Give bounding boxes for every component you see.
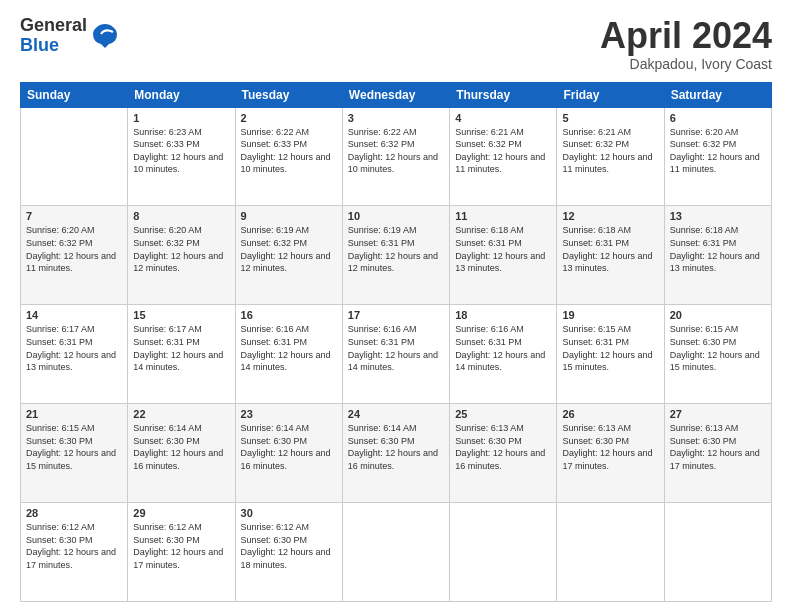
day-number: 1 (133, 112, 229, 124)
day-info: Sunrise: 6:13 AMSunset: 6:30 PMDaylight:… (562, 423, 652, 471)
calendar-week-3: 21 Sunrise: 6:15 AMSunset: 6:30 PMDaylig… (21, 404, 772, 503)
day-info: Sunrise: 6:14 AMSunset: 6:30 PMDaylight:… (133, 423, 223, 471)
table-row: 5 Sunrise: 6:21 AMSunset: 6:32 PMDayligh… (557, 107, 664, 206)
calendar-week-0: 1 Sunrise: 6:23 AMSunset: 6:33 PMDayligh… (21, 107, 772, 206)
day-info: Sunrise: 6:18 AMSunset: 6:31 PMDaylight:… (670, 225, 760, 273)
header-monday: Monday (128, 82, 235, 107)
table-row: 19 Sunrise: 6:15 AMSunset: 6:31 PMDaylig… (557, 305, 664, 404)
table-row: 13 Sunrise: 6:18 AMSunset: 6:31 PMDaylig… (664, 206, 771, 305)
day-number: 2 (241, 112, 337, 124)
table-row: 28 Sunrise: 6:12 AMSunset: 6:30 PMDaylig… (21, 503, 128, 602)
day-info: Sunrise: 6:15 AMSunset: 6:31 PMDaylight:… (562, 324, 652, 372)
calendar-week-2: 14 Sunrise: 6:17 AMSunset: 6:31 PMDaylig… (21, 305, 772, 404)
table-row: 22 Sunrise: 6:14 AMSunset: 6:30 PMDaylig… (128, 404, 235, 503)
table-row (557, 503, 664, 602)
table-row: 30 Sunrise: 6:12 AMSunset: 6:30 PMDaylig… (235, 503, 342, 602)
logo: General Blue (20, 16, 119, 56)
day-number: 15 (133, 309, 229, 321)
day-info: Sunrise: 6:17 AMSunset: 6:31 PMDaylight:… (133, 324, 223, 372)
table-row: 10 Sunrise: 6:19 AMSunset: 6:31 PMDaylig… (342, 206, 449, 305)
day-number: 16 (241, 309, 337, 321)
day-info: Sunrise: 6:19 AMSunset: 6:32 PMDaylight:… (241, 225, 331, 273)
day-number: 13 (670, 210, 766, 222)
table-row: 16 Sunrise: 6:16 AMSunset: 6:31 PMDaylig… (235, 305, 342, 404)
table-row: 8 Sunrise: 6:20 AMSunset: 6:32 PMDayligh… (128, 206, 235, 305)
header: General Blue April 2024 Dakpadou, Ivory … (20, 16, 772, 72)
day-info: Sunrise: 6:14 AMSunset: 6:30 PMDaylight:… (241, 423, 331, 471)
header-saturday: Saturday (664, 82, 771, 107)
table-row: 4 Sunrise: 6:21 AMSunset: 6:32 PMDayligh… (450, 107, 557, 206)
table-row: 24 Sunrise: 6:14 AMSunset: 6:30 PMDaylig… (342, 404, 449, 503)
day-number: 24 (348, 408, 444, 420)
table-row: 7 Sunrise: 6:20 AMSunset: 6:32 PMDayligh… (21, 206, 128, 305)
day-number: 12 (562, 210, 658, 222)
table-row: 23 Sunrise: 6:14 AMSunset: 6:30 PMDaylig… (235, 404, 342, 503)
day-info: Sunrise: 6:20 AMSunset: 6:32 PMDaylight:… (670, 127, 760, 175)
day-number: 6 (670, 112, 766, 124)
day-info: Sunrise: 6:21 AMSunset: 6:32 PMDaylight:… (562, 127, 652, 175)
day-number: 7 (26, 210, 122, 222)
table-row: 14 Sunrise: 6:17 AMSunset: 6:31 PMDaylig… (21, 305, 128, 404)
table-row: 26 Sunrise: 6:13 AMSunset: 6:30 PMDaylig… (557, 404, 664, 503)
day-info: Sunrise: 6:22 AMSunset: 6:32 PMDaylight:… (348, 127, 438, 175)
table-row: 15 Sunrise: 6:17 AMSunset: 6:31 PMDaylig… (128, 305, 235, 404)
month-title: April 2024 (600, 16, 772, 56)
day-number: 11 (455, 210, 551, 222)
day-info: Sunrise: 6:17 AMSunset: 6:31 PMDaylight:… (26, 324, 116, 372)
day-number: 10 (348, 210, 444, 222)
day-number: 25 (455, 408, 551, 420)
day-number: 8 (133, 210, 229, 222)
table-row: 2 Sunrise: 6:22 AMSunset: 6:33 PMDayligh… (235, 107, 342, 206)
day-info: Sunrise: 6:14 AMSunset: 6:30 PMDaylight:… (348, 423, 438, 471)
day-number: 17 (348, 309, 444, 321)
table-row (342, 503, 449, 602)
day-info: Sunrise: 6:21 AMSunset: 6:32 PMDaylight:… (455, 127, 545, 175)
table-row: 9 Sunrise: 6:19 AMSunset: 6:32 PMDayligh… (235, 206, 342, 305)
day-number: 18 (455, 309, 551, 321)
table-row: 18 Sunrise: 6:16 AMSunset: 6:31 PMDaylig… (450, 305, 557, 404)
day-info: Sunrise: 6:18 AMSunset: 6:31 PMDaylight:… (455, 225, 545, 273)
table-row (21, 107, 128, 206)
location: Dakpadou, Ivory Coast (600, 56, 772, 72)
table-row: 17 Sunrise: 6:16 AMSunset: 6:31 PMDaylig… (342, 305, 449, 404)
day-number: 21 (26, 408, 122, 420)
table-row: 29 Sunrise: 6:12 AMSunset: 6:30 PMDaylig… (128, 503, 235, 602)
day-number: 29 (133, 507, 229, 519)
day-info: Sunrise: 6:13 AMSunset: 6:30 PMDaylight:… (455, 423, 545, 471)
table-row: 1 Sunrise: 6:23 AMSunset: 6:33 PMDayligh… (128, 107, 235, 206)
weekday-header-row: Sunday Monday Tuesday Wednesday Thursday… (21, 82, 772, 107)
day-info: Sunrise: 6:12 AMSunset: 6:30 PMDaylight:… (26, 522, 116, 570)
table-row: 6 Sunrise: 6:20 AMSunset: 6:32 PMDayligh… (664, 107, 771, 206)
day-info: Sunrise: 6:12 AMSunset: 6:30 PMDaylight:… (241, 522, 331, 570)
calendar-table: Sunday Monday Tuesday Wednesday Thursday… (20, 82, 772, 602)
table-row: 20 Sunrise: 6:15 AMSunset: 6:30 PMDaylig… (664, 305, 771, 404)
header-sunday: Sunday (21, 82, 128, 107)
header-wednesday: Wednesday (342, 82, 449, 107)
table-row (664, 503, 771, 602)
day-info: Sunrise: 6:23 AMSunset: 6:33 PMDaylight:… (133, 127, 223, 175)
day-info: Sunrise: 6:16 AMSunset: 6:31 PMDaylight:… (348, 324, 438, 372)
table-row: 12 Sunrise: 6:18 AMSunset: 6:31 PMDaylig… (557, 206, 664, 305)
day-number: 14 (26, 309, 122, 321)
day-number: 3 (348, 112, 444, 124)
header-friday: Friday (557, 82, 664, 107)
logo-icon (91, 20, 119, 48)
day-info: Sunrise: 6:18 AMSunset: 6:31 PMDaylight:… (562, 225, 652, 273)
header-tuesday: Tuesday (235, 82, 342, 107)
logo-general: General (20, 16, 87, 36)
header-thursday: Thursday (450, 82, 557, 107)
day-number: 9 (241, 210, 337, 222)
day-number: 4 (455, 112, 551, 124)
day-number: 27 (670, 408, 766, 420)
day-info: Sunrise: 6:20 AMSunset: 6:32 PMDaylight:… (26, 225, 116, 273)
day-number: 23 (241, 408, 337, 420)
day-number: 28 (26, 507, 122, 519)
day-info: Sunrise: 6:16 AMSunset: 6:31 PMDaylight:… (455, 324, 545, 372)
calendar-week-4: 28 Sunrise: 6:12 AMSunset: 6:30 PMDaylig… (21, 503, 772, 602)
day-number: 20 (670, 309, 766, 321)
table-row: 25 Sunrise: 6:13 AMSunset: 6:30 PMDaylig… (450, 404, 557, 503)
title-block: April 2024 Dakpadou, Ivory Coast (600, 16, 772, 72)
day-number: 30 (241, 507, 337, 519)
day-number: 26 (562, 408, 658, 420)
table-row: 27 Sunrise: 6:13 AMSunset: 6:30 PMDaylig… (664, 404, 771, 503)
